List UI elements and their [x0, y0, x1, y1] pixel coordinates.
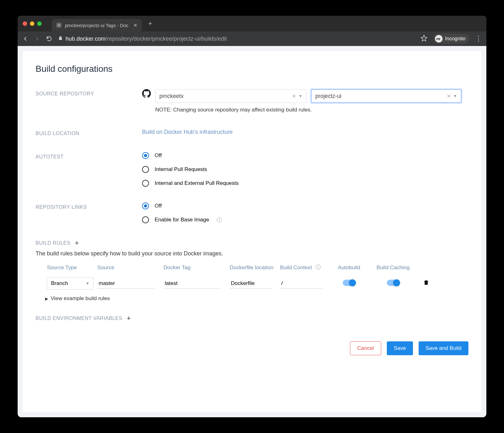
radio-label: Off: [155, 203, 162, 209]
section-build-rules: BUILD RULES + The build rules below spec…: [36, 239, 468, 302]
section-build-location: BUILD LOCATION Build on Docker Hub's inf…: [36, 129, 468, 136]
favicon-icon: [56, 22, 62, 28]
github-icon: [142, 89, 151, 99]
traffic-lights: [23, 21, 42, 26]
source-repo-select[interactable]: projectz-ui ✕ ▼: [311, 89, 461, 103]
url-field[interactable]: hub.docker.com/repository/docker/pmckee/…: [58, 36, 415, 42]
example-link-label: View example build rules: [51, 295, 110, 302]
chevron-down-icon: ▼: [299, 94, 302, 98]
section-source-repository: SOURCE REPOSITORY pmckeetx ✕ ▼ projectz-…: [36, 89, 468, 113]
nav-reload-button[interactable]: [46, 36, 52, 42]
build-rules-description: The build rules below specify how to bui…: [36, 250, 468, 257]
add-env-var-button[interactable]: +: [127, 314, 131, 322]
radio-icon: [142, 180, 149, 187]
repo-links-option-enable[interactable]: Enable for Base Image i: [142, 216, 468, 223]
autotest-option-off[interactable]: Off: [142, 152, 468, 159]
col-autobuild: Autobuild: [329, 265, 369, 271]
page-title: Build configurations: [36, 64, 468, 74]
tab-close-icon[interactable]: ✕: [133, 22, 137, 28]
radio-label: Internal Pull Requests: [155, 166, 207, 173]
browser-window: pmckee/projectz-ui Tags - Doc ✕ + hub.do…: [18, 16, 486, 417]
col-source-type: Source Type: [45, 265, 95, 271]
tab-title: pmckee/projectz-ui Tags - Doc: [65, 23, 128, 28]
chevron-down-icon: ▼: [453, 94, 457, 98]
save-and-build-button[interactable]: Save and Build: [419, 341, 468, 355]
nav-forward-button[interactable]: [34, 36, 40, 42]
lock-icon: [58, 36, 63, 42]
source-org-select[interactable]: pmckeetx ✕ ▼: [155, 89, 306, 103]
delete-rule-button[interactable]: [423, 279, 429, 287]
section-repository-links: REPOSITORY LINKS Off Enable for Base Ima…: [36, 202, 468, 223]
build-context-input[interactable]: [280, 278, 323, 289]
build-caching-toggle[interactable]: [387, 280, 399, 286]
build-rules-table-header: Source Type Source Docker Tag Dockerfile…: [36, 265, 468, 271]
col-build-caching: Build Caching: [369, 265, 417, 271]
page-viewport: Build configurations SOURCE REPOSITORY p…: [18, 46, 486, 417]
source-repo-note: NOTE: Changing source repository may aff…: [155, 107, 468, 113]
source-repo-value: projectz-ui: [315, 93, 444, 100]
col-dockerfile-location: Dockerfile location: [228, 265, 278, 271]
bookmark-icon[interactable]: [421, 35, 427, 43]
source-repository-label: SOURCE REPOSITORY: [36, 89, 142, 113]
radio-icon: [142, 216, 149, 223]
source-type-value: Branch: [51, 280, 68, 287]
repository-links-label: REPOSITORY LINKS: [36, 202, 142, 223]
section-autotest: AUTOTEST Off Internal Pull Requests: [36, 152, 468, 187]
save-button[interactable]: Save: [387, 341, 413, 355]
radio-label: Internal and External Pull Requests: [155, 180, 239, 186]
action-buttons: Cancel Save Save and Build: [36, 341, 468, 355]
window-maximize-button[interactable]: [37, 21, 42, 26]
radio-label: Off: [155, 152, 162, 159]
view-example-rules-link[interactable]: ▶ View example build rules: [36, 295, 468, 302]
window-close-button[interactable]: [23, 21, 27, 26]
radio-icon: [142, 202, 149, 209]
dockerfile-location-input[interactable]: [230, 278, 272, 289]
autotest-option-internal[interactable]: Internal Pull Requests: [142, 166, 468, 173]
incognito-badge[interactable]: Incognito: [433, 34, 469, 44]
svg-point-0: [57, 23, 61, 27]
section-env-vars: BUILD ENVIRONMENT VARIABLES +: [36, 314, 468, 322]
autobuild-toggle[interactable]: [343, 280, 355, 286]
clear-icon[interactable]: ✕: [292, 93, 296, 99]
chevron-down-icon: ▼: [86, 281, 89, 286]
source-input[interactable]: [97, 278, 155, 289]
radio-icon: [142, 166, 149, 173]
build-rule-row: Branch ▼: [36, 277, 468, 290]
browser-tab[interactable]: pmckee/projectz-ui Tags - Doc ✕: [52, 19, 142, 31]
radio-label: Enable for Base Image: [155, 217, 209, 223]
autotest-label: AUTOTEST: [36, 152, 142, 187]
titlebar: pmckee/projectz-ui Tags - Doc ✕ +: [18, 16, 486, 31]
browser-menu-button[interactable]: ⋮: [475, 35, 482, 43]
chevron-right-icon: ▶: [45, 296, 48, 301]
col-build-context: Build Context i: [278, 265, 329, 271]
repo-links-option-off[interactable]: Off: [142, 202, 468, 209]
cancel-button[interactable]: Cancel: [350, 341, 381, 355]
info-icon[interactable]: i: [217, 217, 222, 222]
col-docker-tag: Docker Tag: [162, 265, 228, 271]
nav-back-button[interactable]: [22, 36, 28, 42]
build-location-label: BUILD LOCATION: [36, 129, 142, 136]
clear-icon[interactable]: ✕: [447, 93, 451, 99]
radio-icon: [142, 152, 149, 159]
url-path: /repository/docker/pmckee/projectz-ui/bu…: [106, 36, 227, 42]
build-location-text: Build on Docker Hub's infrastructure: [142, 129, 233, 135]
autotest-option-internal-external[interactable]: Internal and External Pull Requests: [142, 180, 468, 187]
build-rules-header: BUILD RULES: [36, 240, 70, 246]
url-host: hub.docker.com: [66, 36, 106, 42]
incognito-icon: [435, 35, 443, 43]
source-type-select[interactable]: Branch ▼: [47, 277, 94, 290]
col-source: Source: [95, 265, 162, 271]
browser-right-controls: Incognito ⋮: [421, 34, 482, 44]
docker-tag-input[interactable]: [163, 278, 221, 289]
window-minimize-button[interactable]: [30, 21, 34, 26]
add-build-rule-button[interactable]: +: [75, 239, 79, 247]
incognito-label: Incognito: [445, 36, 466, 42]
new-tab-button[interactable]: +: [148, 20, 152, 28]
page-content: Build configurations SOURCE REPOSITORY p…: [22, 50, 482, 413]
address-bar: hub.docker.com/repository/docker/pmckee/…: [18, 31, 486, 46]
env-vars-header: BUILD ENVIRONMENT VARIABLES: [36, 316, 122, 321]
info-icon[interactable]: i: [316, 265, 321, 270]
source-org-value: pmckeetx: [159, 93, 289, 100]
